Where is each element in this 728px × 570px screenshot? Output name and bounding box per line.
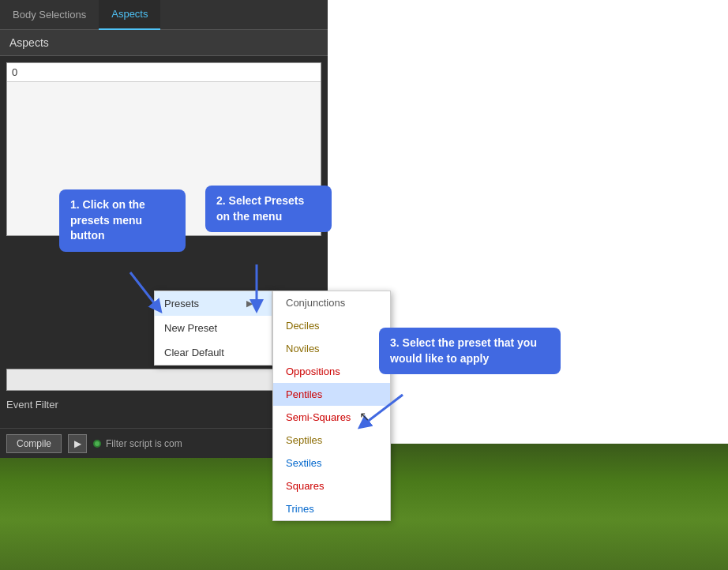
submenu-item-oppositions[interactable]: Oppositions [273, 360, 390, 383]
tab-body-selections[interactable]: Body Selections [0, 0, 99, 30]
submenu-item-trines[interactable]: Trines [273, 497, 390, 520]
event-filter-label: Event Filter [6, 399, 58, 411]
submenu-item-deciles[interactable]: Deciles [273, 314, 390, 337]
status-dot [93, 440, 101, 448]
tab-bar: Body Selections Aspects [0, 0, 328, 30]
compile-button[interactable]: Compile [6, 434, 62, 453]
svg-line-1 [130, 272, 158, 308]
menu-item-new-preset[interactable]: New Preset [155, 316, 272, 340]
tooltip-3: 3. Select the preset that you would like… [379, 328, 561, 374]
svg-line-5 [363, 395, 403, 425]
arrow-3 [347, 387, 411, 434]
aspects-value: 0 [7, 63, 321, 82]
tab-aspects[interactable]: Aspects [99, 0, 160, 30]
tooltip-2: 2. Select Presets on the menu [205, 186, 332, 232]
status-indicator: Filter script is com [93, 438, 182, 449]
submenu-item-conjunctions[interactable]: Conjunctions [273, 291, 390, 314]
filter-input[interactable] [6, 369, 299, 391]
status-text: Filter script is com [106, 438, 182, 449]
submenu-item-squares[interactable]: Squares [273, 474, 390, 497]
arrow-2 [233, 261, 280, 316]
arrow-1 [122, 268, 170, 316]
compile-arrow-button[interactable]: ▶ [68, 434, 87, 453]
menu-item-clear-default[interactable]: Clear Default [155, 340, 272, 365]
submenu-item-noviles[interactable]: Noviles [273, 337, 390, 360]
aspects-section-header: Aspects [0, 30, 328, 56]
tooltip-1: 1. Click on the presets menu button [59, 189, 186, 252]
submenu-item-sextiles[interactable]: Sextiles [273, 452, 390, 474]
